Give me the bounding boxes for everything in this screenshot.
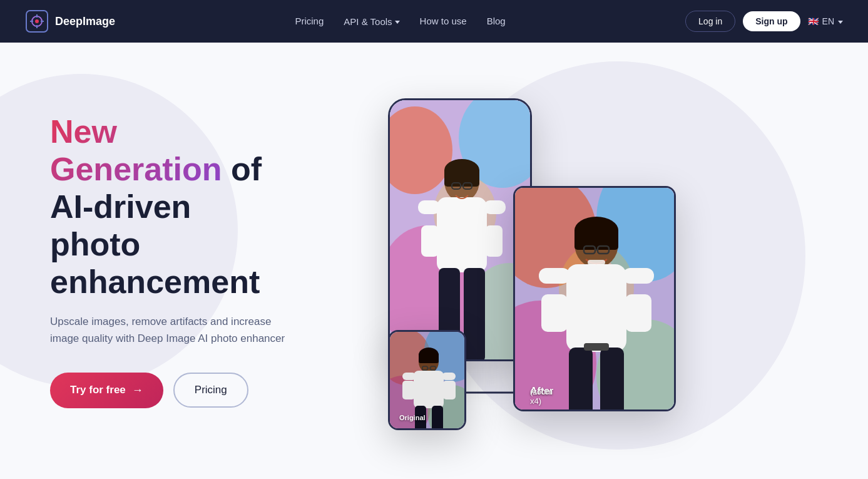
chevron-down-icon <box>395 21 400 24</box>
svg-rect-39 <box>625 294 651 332</box>
svg-rect-34 <box>574 228 618 250</box>
before-photo: Before <box>390 100 530 359</box>
lang-chevron-icon <box>838 21 843 24</box>
svg-rect-59 <box>443 381 456 399</box>
arrow-icon: → <box>132 384 143 397</box>
headline-gradient: New Generation <box>50 113 222 187</box>
nav-actions: Log in Sign up 🇬🇧 EN <box>685 11 843 32</box>
pricing-button[interactable]: Pricing <box>173 373 248 408</box>
login-button[interactable]: Log in <box>685 11 735 32</box>
after-photo: After (zoom x4) <box>515 188 674 409</box>
nav-blog[interactable]: Blog <box>487 16 506 26</box>
svg-rect-54 <box>419 353 439 363</box>
svg-rect-46 <box>588 260 605 265</box>
svg-rect-15 <box>444 168 479 187</box>
lang-code: EN <box>822 16 834 26</box>
svg-rect-55 <box>414 371 444 408</box>
before-image-frame: Before <box>388 98 532 361</box>
original-photo: Original <box>390 332 464 428</box>
svg-rect-37 <box>623 268 654 284</box>
svg-rect-58 <box>402 381 415 399</box>
logo-link[interactable]: DeepImage <box>25 9 115 33</box>
after-bg-svg <box>515 188 674 409</box>
hero-subheading: Upscale images, remove artifacts and inc… <box>50 313 288 347</box>
svg-rect-18 <box>484 200 506 214</box>
try-free-label: Try for free <box>70 384 126 396</box>
svg-rect-16 <box>437 197 487 272</box>
nav-links: Pricing API & Tools How to use Blog <box>295 16 505 27</box>
svg-rect-20 <box>485 225 503 257</box>
svg-rect-36 <box>539 268 570 284</box>
svg-rect-61 <box>432 406 443 428</box>
svg-rect-40 <box>569 348 593 409</box>
svg-rect-57 <box>442 373 456 380</box>
svg-rect-38 <box>541 294 568 332</box>
logo-icon <box>25 9 49 33</box>
hero-section: New Generation ofAI-driven photoenhancem… <box>0 43 868 479</box>
main-nav: DeepImage Pricing API & Tools How to use… <box>0 0 868 43</box>
nav-api-tools[interactable]: API & Tools <box>344 16 399 27</box>
hero-left: New Generation ofAI-driven photoenhancem… <box>0 76 325 445</box>
flag-icon: 🇬🇧 <box>808 16 819 26</box>
svg-rect-35 <box>566 264 626 352</box>
after-sublabel: (zoom x4) <box>530 387 553 406</box>
svg-rect-19 <box>421 225 439 257</box>
hero-right: Before <box>325 61 868 461</box>
svg-point-2 <box>35 19 39 23</box>
svg-rect-42 <box>584 343 609 351</box>
svg-rect-41 <box>600 348 624 409</box>
hero-buttons: Try for free → Pricing <box>50 373 288 408</box>
signup-button[interactable]: Sign up <box>743 11 800 31</box>
nav-pricing[interactable]: Pricing <box>295 16 324 26</box>
nav-how-to-use[interactable]: How to use <box>420 16 467 26</box>
before-bg-svg <box>390 100 530 359</box>
svg-rect-22 <box>464 268 485 359</box>
svg-rect-17 <box>418 200 440 214</box>
brand-name: DeepImage <box>55 15 115 28</box>
hero-headline: New Generation ofAI-driven photoenhancem… <box>50 113 288 301</box>
svg-rect-56 <box>402 373 416 380</box>
original-image-frame: Original <box>388 330 466 430</box>
try-free-button[interactable]: Try for free → <box>50 373 163 408</box>
after-image-frame: After (zoom x4) <box>513 186 676 411</box>
original-label: Original <box>399 414 426 421</box>
language-selector[interactable]: 🇬🇧 EN <box>808 16 843 26</box>
